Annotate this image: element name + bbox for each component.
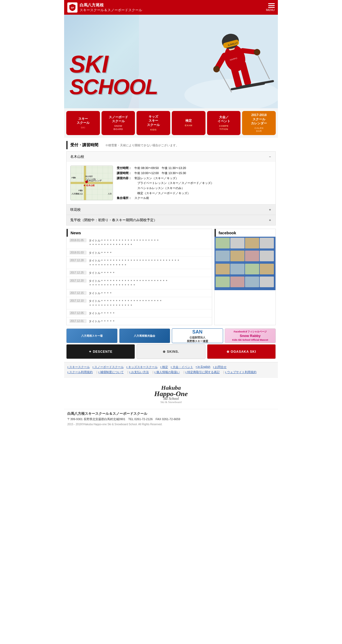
footer-link-competition[interactable]: 大会・イベント xyxy=(171,365,193,369)
menu-button[interactable]: MENU xyxy=(266,3,275,11)
news-item[interactable]: 2018.01.03タイトル＊＊＊＊ xyxy=(67,249,212,257)
news-item[interactable]: 2017.12.01タイトル＊＊＊＊＊ xyxy=(67,317,212,325)
brand-descente[interactable]: ✦ DESCENTE xyxy=(66,344,135,359)
sponsor-hakuba-kanko[interactable]: 八方尾根観光協会 xyxy=(119,328,170,343)
footer-link-specified-trading[interactable]: 特定商取引に関する表記 xyxy=(185,370,220,374)
fb-thumb xyxy=(260,238,274,248)
hamburger-icon xyxy=(266,3,275,8)
reception-time: 午前 08:30〜09:50 午後 11:30〜13:20 xyxy=(134,166,186,171)
fb-thumb xyxy=(245,251,259,261)
footer-logo-area: Hakuba Happo-One Ski School Ski & Snowbo… xyxy=(64,378,278,409)
schedule-symbol-sakihana: ＋ xyxy=(268,207,272,212)
facebook-column: facebook xyxy=(214,229,276,325)
fb-thumb xyxy=(245,238,259,248)
footer-link-snowboard[interactable]: スノーボードスクール xyxy=(92,365,124,369)
schedule-toggle-usagidaira[interactable]: 兎平校（閉校中：初滑り・春スキー期間のみ開校予定） ＋ xyxy=(67,215,275,225)
skier-illustration: HAPPO G.RALLY xyxy=(139,15,278,108)
schedule-note: ※積雪量・天候により開校できない場合がございます。 xyxy=(105,143,179,147)
fb-thumb xyxy=(230,251,244,261)
footer-links: スキースクール スノーボードスクール キッズスキースクール 検定 大会・イベント… xyxy=(64,362,278,378)
brand-skins[interactable]: ⊛ SKINS. xyxy=(137,344,205,359)
footer-link-english[interactable]: in English xyxy=(196,365,211,369)
fb-thumb xyxy=(260,277,274,287)
schedule-details-nagikiyama: 受付時間： 午前 08:30〜09:50 午後 11:30〜13:20 講習時間… xyxy=(117,166,214,201)
schedule-name-nagikiyama: 名木山校 xyxy=(70,154,84,159)
footer-address: 〒399-9301 長野県北安曇郡白馬村北城3901 TEL 0261-72-2… xyxy=(67,417,275,421)
schedule-section-header: 受付・講習時間 ※積雪量・天候により開校できない場合がございます。 xyxy=(66,141,276,149)
nav-kids[interactable]: キッズスキースクール KIDS xyxy=(137,111,170,135)
news-item[interactable]: 2017.12.28タイトル＊＊＊＊＊＊＊＊＊＊＊＊＊＊＊＊＊＊＊＊＊＊＊＊＊＊… xyxy=(67,257,212,269)
header-title: 白馬八方尾根 スキースクール＆スノーボードスクール xyxy=(80,2,142,13)
sponsor-snow-rabby[interactable]: Facebookオフィシャルページ Snow Rabby Kids Ski Sc… xyxy=(225,328,276,343)
fb-thumb xyxy=(216,238,230,248)
svg-text:Ski School: Ski School xyxy=(163,397,179,401)
lesson-time: 午前 10:00〜12:00 午後 13:30〜15:30 xyxy=(134,171,186,176)
schedule-item-sakihana: 咲花校 ＋ xyxy=(67,205,275,215)
footer-copyright: 2015 - 2018©Hakuba Happo-one Ski & Snowb… xyxy=(67,423,275,426)
fb-thumb xyxy=(230,277,244,287)
svg-text:SP: SP xyxy=(71,6,74,9)
footer-school-name: 白馬八方根スキースクール＆スノーボードスクール xyxy=(67,411,275,416)
fb-thumb xyxy=(245,277,259,287)
footer-logo: Hakuba Happo-One Ski School Ski & Snowbo… xyxy=(136,382,206,404)
news-item[interactable]: 2017.12.25タイトル＊＊＊＊＊ xyxy=(67,269,212,277)
footer-links-row2: スクール利用規約 ｜ 補償制度について ｜ お支払い方法 ｜ 個人情報の取扱い … xyxy=(67,370,275,374)
schedule-container: 名木山校 － 集合場所(スクール前) 名木山ゲレンデ ★ 名木山校 八方尾根入口… xyxy=(66,151,276,225)
nav-competition[interactable]: 大会／イベント COMPETITION xyxy=(207,111,241,135)
map-nagikiyama: 集合場所(スクール前) 名木山ゲレンデ ★ 名木山校 八方尾根入口 八方 P第6… xyxy=(70,166,113,200)
footer-link-ski[interactable]: スキースクール xyxy=(67,365,90,369)
schedule-item-nagikiyama: 名木山校 － 集合場所(スクール前) 名木山ゲレンデ ★ 名木山校 八方尾根入口… xyxy=(67,152,275,205)
footer-link-payment[interactable]: お支払い方法 xyxy=(129,370,149,374)
footer-link-contact[interactable]: お問合せ xyxy=(213,365,227,369)
footer-link-privacy[interactable]: 個人情報の取扱い xyxy=(154,370,180,374)
news-item[interactable]: 2017.12.15タイトル＊＊＊＊ xyxy=(67,289,212,297)
nav-buttons: スキースクール SKI スノーボードスクール SNOWBOARD キッズスキース… xyxy=(64,108,278,138)
schedule-body-nagikiyama: 集合場所(スクール前) 名木山ゲレンデ ★ 名木山校 八方尾根入口 八方 P第6… xyxy=(67,162,275,204)
schedule-toggle-sakihana[interactable]: 咲花校 ＋ xyxy=(67,205,275,215)
hero-text: SKI SCHOOL xyxy=(69,52,158,98)
schedule-symbol-nagikiyama: － xyxy=(268,154,272,159)
sponsor-row: 八方尾根スキー場 八方尾根観光協会 SAN 公益財団法人長野県スキー連盟 Fac… xyxy=(66,328,276,343)
fb-thumb xyxy=(230,264,244,274)
svg-text:Ski & Snowboard: Ski & Snowboard xyxy=(161,400,182,404)
schedule-symbol-usagidaira: ＋ xyxy=(268,218,272,223)
fb-thumb xyxy=(216,264,230,274)
hero-school-text: SCHOOL xyxy=(69,76,158,98)
brand-ogasaka[interactable]: ⊕ OGASAKA SKI xyxy=(207,344,276,359)
schedule-name-sakihana: 咲花校 xyxy=(70,207,81,212)
header: SP 白馬八方尾根 スキースクール＆スノーボードスクール MENU xyxy=(64,0,278,15)
fb-thumb xyxy=(260,264,274,274)
schedule-toggle-nagikiyama[interactable]: 名木山校 － xyxy=(67,152,275,162)
nav-calendar[interactable]: 2017-2018スクールカレンダー CALENDAR xyxy=(242,111,276,135)
facebook-preview[interactable] xyxy=(215,237,275,290)
news-item[interactable]: 2017.12.05タイトル＊＊＊＊＊ xyxy=(67,309,212,317)
sponsor-san[interactable]: SAN 公益財団法人長野県スキー連盟 xyxy=(172,328,223,343)
nav-snowboard[interactable]: スノーボードスクール SNOWBOARD xyxy=(102,111,135,135)
sponsor-hakuba-ski[interactable]: 八方尾根スキー場 xyxy=(66,328,118,343)
brand-row: ✦ DESCENTE ⊛ SKINS. ⊕ OGASAKA SKI xyxy=(66,344,276,359)
footer-link-terms[interactable]: スクール利用規約 xyxy=(67,370,93,374)
nav-ski[interactable]: スキースクール SKI xyxy=(66,111,100,135)
footer-links-row1: スキースクール スノーボードスクール キッズスキースクール 検定 大会・イベント… xyxy=(67,365,275,369)
news-item[interactable]: 2017.12.10タイトル＊＊＊＊＊＊＊＊＊＊＊＊＊＊＊＊＊＊＊＊＊＊＊＊＊＊… xyxy=(67,297,212,309)
menu-label: MENU xyxy=(266,8,275,11)
fb-thumb xyxy=(216,251,230,261)
news-item[interactable]: 2017.12.20タイトル＊＊＊＊＊＊＊＊＊＊＊＊＊＊＊＊＊＊＊＊＊＊＊＊＊＊… xyxy=(67,277,212,289)
header-left: SP 白馬八方尾根 スキースクール＆スノーボードスクール xyxy=(67,2,142,13)
header-logo: SP xyxy=(67,2,77,13)
hero-banner: HAPPO G.RALLY SKI SCHOOL xyxy=(64,15,278,108)
fb-thumb xyxy=(245,264,259,274)
news-title: News xyxy=(67,229,212,237)
news-item[interactable]: 2018.01.05タイトル＊＊＊＊＊＊＊＊＊＊＊＊＊＊＊＊＊＊＊＊＊＊＊＊＊＊… xyxy=(67,237,212,249)
hero-ski-text: SKI xyxy=(69,52,158,76)
footer-link-exam[interactable]: 検定 xyxy=(160,365,168,369)
footer-link-kids[interactable]: キッズスキースクール xyxy=(126,365,158,369)
footer-link-compensation[interactable]: 補償制度について xyxy=(98,370,124,374)
nav-exam[interactable]: 検定 EXAM xyxy=(172,111,205,135)
schedule-title: 受付・講習時間 xyxy=(66,141,101,149)
footer-link-website-terms[interactable]: ウェブサイト利用規約 xyxy=(225,370,256,374)
footer-info: 白馬八方根スキースクール＆スノーボードスクール 〒399-9301 長野県北安曇… xyxy=(64,409,278,428)
news-facebook-section: News 2018.01.05タイトル＊＊＊＊＊＊＊＊＊＊＊＊＊＊＊＊＊＊＊＊＊… xyxy=(66,229,276,325)
meeting-place: スクール前 xyxy=(134,195,149,201)
facebook-title: facebook xyxy=(215,229,275,237)
